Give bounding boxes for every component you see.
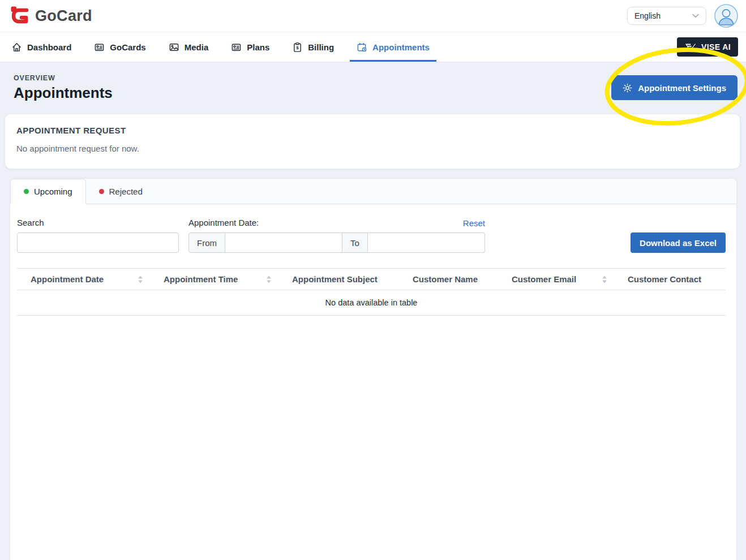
nav-label: Media [185, 42, 209, 52]
tab-upcoming[interactable]: Upcoming [10, 179, 86, 204]
breadcrumb-overview: OVERVIEW [14, 74, 113, 82]
id-card-icon [231, 42, 242, 53]
empty-table-message: No data available in table [17, 290, 726, 316]
gear-icon [623, 83, 632, 93]
svg-text:$: $ [297, 45, 299, 50]
appointments-table: Appointment Date Appointment Time Appoin… [17, 268, 726, 316]
nav-item-gocards[interactable]: GoCards [93, 32, 147, 62]
image-icon [169, 42, 179, 53]
col-customer-name: Customer Name [399, 269, 498, 290]
nav-item-plans[interactable]: Plans [230, 32, 271, 62]
nav-item-billing[interactable]: $ Billing [291, 32, 335, 62]
nav-label: Billing [308, 42, 334, 52]
sort-icon [602, 275, 607, 283]
reset-link[interactable]: Reset [463, 218, 485, 228]
empty-row: No data available in table [17, 290, 726, 316]
vise-logo-icon [684, 43, 697, 51]
search-label: Search [17, 218, 179, 229]
request-card-title: APPOINTMENT REQUEST [16, 126, 728, 135]
id-card-icon [94, 42, 105, 53]
language-value: English [634, 11, 661, 20]
search-block: Search [17, 218, 179, 253]
tab-upcoming-label: Upcoming [34, 187, 72, 196]
tab-rejected[interactable]: Rejected [86, 179, 156, 204]
vise-ai-button[interactable]: VISE AI [677, 37, 738, 57]
download-excel-button[interactable]: Download as Excel [631, 232, 726, 253]
appointment-settings-label: Appointment Settings [638, 83, 726, 93]
nav-label: Dashboard [27, 42, 71, 52]
nav-item-appointments[interactable]: Appointments [355, 32, 431, 62]
filter-row: Search Appointment Date: Reset From To D… [17, 218, 726, 253]
to-label: To [342, 232, 368, 253]
col-appointment-date[interactable]: Appointment Date [17, 269, 150, 290]
brand-name: GoCard [35, 7, 92, 25]
appointment-date-label: Appointment Date: [188, 218, 259, 229]
col-appointment-time[interactable]: Appointment Time [150, 269, 278, 290]
upcoming-status-dot [24, 189, 29, 194]
table-header-row: Appointment Date Appointment Time Appoin… [17, 269, 726, 290]
home-icon [11, 42, 22, 53]
appointment-request-card: APPOINTMENT REQUEST No appointment reque… [5, 114, 740, 169]
date-to-input[interactable] [368, 232, 485, 253]
sort-icon [138, 275, 143, 283]
nav-label: GoCards [110, 42, 145, 52]
request-card-message: No appointment request for now. [16, 144, 728, 153]
nav-label: Appointments [372, 42, 430, 52]
appointment-settings-button[interactable]: Appointment Settings [611, 75, 738, 100]
page-title: Appointments [14, 84, 113, 102]
top-bar: GoCard English [0, 0, 746, 32]
date-from-input[interactable] [225, 232, 342, 253]
chevron-down-icon [692, 14, 699, 18]
language-select[interactable]: English [627, 7, 706, 25]
nav-label: Plans [247, 42, 269, 52]
sort-icon [267, 275, 271, 283]
date-range-group: From To [188, 232, 485, 253]
col-appointment-subject: Appointment Subject [278, 269, 399, 290]
appointments-panel: Upcoming Rejected Search Appointment Dat… [10, 179, 736, 560]
col-customer-contact: Customer Contact [614, 269, 726, 290]
rejected-status-dot [99, 189, 104, 194]
calendar-clock-icon [357, 42, 367, 53]
tab-content: Search Appointment Date: Reset From To D… [10, 204, 736, 560]
user-avatar-icon[interactable] [714, 4, 738, 28]
search-input[interactable] [17, 232, 179, 253]
main-nav: Dashboard GoCards Media Plans $ [0, 32, 746, 62]
from-label: From [188, 232, 225, 253]
tab-bar: Upcoming Rejected [10, 179, 736, 204]
date-filter-block: Appointment Date: Reset From To [188, 218, 485, 253]
billing-clipboard-icon: $ [292, 42, 303, 53]
tab-rejected-label: Rejected [109, 187, 143, 196]
nav-item-media[interactable]: Media [168, 32, 210, 62]
vise-ai-label: VISE AI [701, 42, 731, 51]
page-header: OVERVIEW Appointments Appointment Settin… [0, 62, 746, 113]
brand-logo[interactable]: GoCard [9, 5, 92, 27]
gocard-logo-icon [9, 5, 32, 27]
nav-item-dashboard[interactable]: Dashboard [10, 32, 72, 62]
col-customer-email[interactable]: Customer Email [498, 269, 614, 290]
